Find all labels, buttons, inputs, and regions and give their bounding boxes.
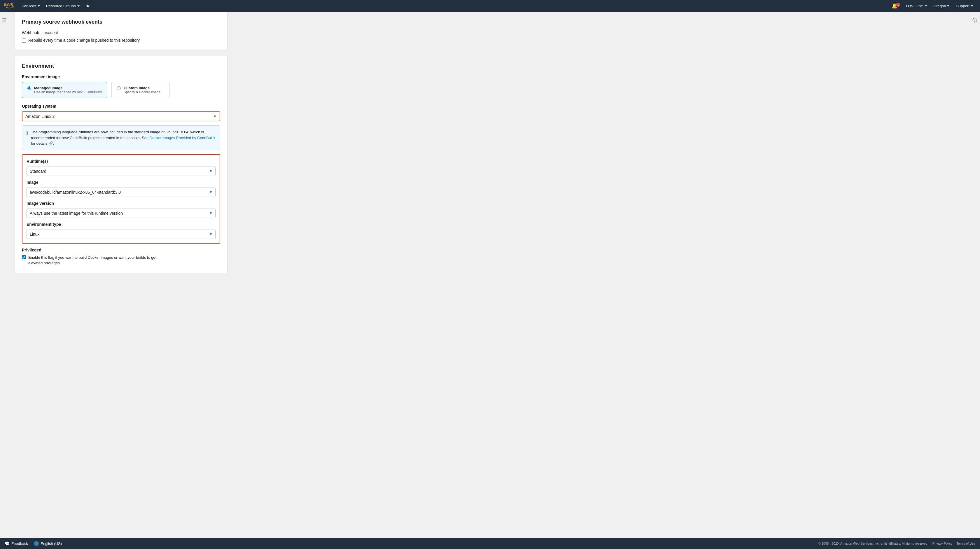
env-type-field-label: Environment type (27, 222, 216, 227)
image-dropdown[interactable]: aws/codebuild/amazonlinux2-x86_64-standa… (27, 188, 216, 197)
runtimes-field-label: Runtime(s) (27, 159, 216, 164)
top-navigation: Services Resource Groups ★ 🔔 1 LOVO Inc.… (0, 0, 980, 12)
managed-image-option[interactable]: Managed image Use an image managed by AW… (22, 82, 107, 98)
info-box-icon: ℹ (26, 129, 28, 146)
privileged-checkbox[interactable] (22, 255, 26, 259)
services-label: Services (22, 4, 36, 8)
env-image-radio-group: Managed image Use an image managed by AW… (22, 82, 220, 98)
sidebar-toggle-btn[interactable]: ☰ (0, 14, 9, 26)
main-content: Primary source webhook events Webhook – … (0, 12, 239, 291)
favorites-icon-btn[interactable]: ★ (83, 0, 93, 12)
info-box-link[interactable]: Docker Images Provided by CodeBuild (150, 136, 215, 140)
support-btn[interactable]: Support (953, 0, 977, 12)
environment-section: Environment Environment image Managed im… (14, 56, 228, 273)
nav-right-section: 🔔 1 LOVO Inc. Oregon Support (889, 0, 977, 12)
services-nav-item[interactable]: Services (19, 0, 43, 12)
support-label: Support (956, 4, 969, 8)
image-field-label: Image (27, 180, 216, 185)
resource-groups-label: Resource Groups (46, 4, 76, 8)
environment-section-title: Environment (22, 63, 220, 69)
os-dropdown[interactable]: Amazon Linux 2 Ubuntu Windows Server 201… (22, 112, 220, 121)
image-version-dropdown[interactable]: Always use the latest image for this run… (27, 208, 216, 218)
privileged-label: Privileged (22, 248, 220, 252)
webhook-field-label: Webhook – optional (22, 30, 220, 35)
custom-image-radio[interactable] (117, 86, 121, 90)
managed-image-radio[interactable] (27, 86, 31, 90)
image-version-select[interactable]: Always use the latest image for this run… (27, 208, 216, 218)
support-chevron-icon (970, 5, 974, 7)
notifications-btn[interactable]: 🔔 1 (889, 0, 902, 12)
custom-image-option[interactable]: Custom image Specify a Docker image (111, 82, 170, 98)
resource-groups-chevron-icon (77, 5, 80, 7)
rebuild-checkbox-label[interactable]: Rebuild every time a code change is push… (28, 38, 140, 43)
env-image-field-label: Environment image (22, 75, 220, 79)
webhook-section-title: Primary source webhook events (22, 19, 220, 25)
custom-image-title: Custom image (124, 86, 161, 90)
info-box-text-end: for details (31, 141, 47, 146)
account-chevron-icon (924, 5, 928, 7)
os-field-label: Operating system (22, 104, 220, 108)
image-version-field-label: Image version (27, 201, 216, 206)
runtimes-dropdown[interactable]: Standard Custom ▼ (27, 167, 216, 176)
os-select[interactable]: Amazon Linux 2 Ubuntu Windows Server 201… (22, 112, 220, 121)
aws-logo[interactable] (3, 3, 14, 9)
account-btn[interactable]: LOVO Inc. (904, 0, 930, 12)
region-btn[interactable]: Oregon (931, 0, 952, 12)
privileged-checkbox-label[interactable]: Enable this flag if you want to build Do… (28, 255, 156, 266)
os-select-wrapper: Amazon Linux 2 Ubuntu Windows Server 201… (22, 111, 220, 121)
account-label: LOVO Inc. (906, 4, 924, 8)
resource-groups-nav-item[interactable]: Resource Groups (43, 0, 83, 12)
env-type-dropdown[interactable]: Linux ARM Linux GPU ▼ (27, 229, 216, 239)
info-box: ℹ The programming language runtimes are … (22, 126, 220, 150)
rebuild-checkbox[interactable] (22, 38, 26, 43)
runtime-group: Runtime(s) Standard Custom ▼ Image aws/c… (22, 154, 220, 243)
privileged-checkbox-row: Enable this flag if you want to build Do… (22, 255, 220, 266)
region-label: Oregon (933, 4, 946, 8)
services-chevron-icon (37, 5, 40, 7)
region-chevron-icon (947, 5, 950, 7)
rebuild-checkbox-row: Rebuild every time a code change is push… (22, 38, 220, 43)
env-type-select[interactable]: Linux ARM Linux GPU (27, 229, 216, 239)
info-panel-icon[interactable]: ⓘ (969, 14, 980, 26)
webhook-section: Primary source webhook events Webhook – … (14, 12, 228, 50)
managed-image-subtitle: Use an image managed by AWS CodeBuild (34, 90, 102, 94)
custom-image-subtitle: Specify a Docker image (124, 90, 161, 94)
image-select[interactable]: aws/codebuild/amazonlinux2-x86_64-standa… (27, 188, 216, 197)
managed-image-title: Managed image (34, 86, 102, 90)
runtimes-select[interactable]: Standard Custom (27, 167, 216, 176)
